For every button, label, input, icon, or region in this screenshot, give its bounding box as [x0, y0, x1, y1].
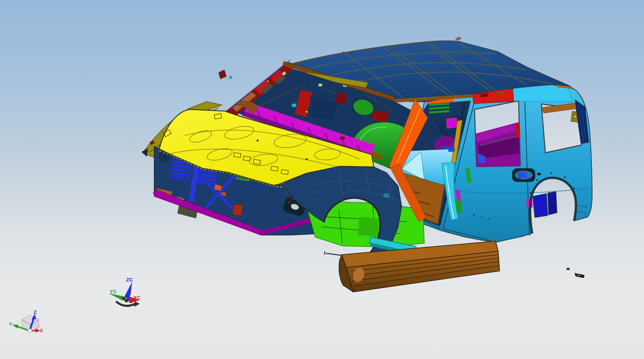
rod: [326, 253, 342, 255]
abs-triad: Z Y X: [9, 310, 43, 333]
far-chip-teal: [229, 76, 232, 79]
abs-y-arrowhead: [12, 324, 18, 329]
wcs-y-label: YC: [110, 289, 117, 294]
abs-y-label: Y: [9, 321, 12, 327]
fender-bolt: [343, 189, 345, 191]
headlamp-dot: [163, 155, 166, 158]
car-body-model[interactable]: [142, 37, 592, 292]
side-bolt: [473, 214, 475, 216]
part-fuel-tank[interactable]: [533, 194, 548, 217]
fender-hole: [383, 193, 390, 198]
plate-hole: [575, 116, 576, 117]
roof-antenna: [455, 37, 462, 41]
wcs-triad[interactable]: ZC YC XC: [108, 277, 141, 307]
wcs-z-label: ZC: [126, 277, 133, 282]
abs-origin-sphere: [28, 329, 32, 333]
far-chip-red: [219, 70, 226, 79]
mint-chip: [319, 84, 322, 86]
abs-z-label: Z: [34, 310, 37, 315]
cowl-red: [340, 136, 345, 140]
green-slat-top: [429, 103, 449, 113]
bpillar-magenta-top: [446, 118, 458, 129]
part-rust-block[interactable]: [233, 204, 243, 216]
abs-x-arrowhead: [36, 329, 40, 333]
side-bolt: [488, 218, 490, 219]
trim-red-chip: [515, 123, 520, 138]
cowl-dot: [306, 111, 308, 113]
hood-bolt: [306, 158, 308, 160]
wcs-x-label: XC: [134, 295, 141, 300]
part-fuel-tank-2[interactable]: [548, 192, 557, 215]
side-bolt: [481, 216, 483, 218]
cowl-cyan-chip: [292, 104, 296, 107]
abs-x-label: X: [40, 328, 43, 333]
bpillar-blue-chip: [448, 147, 455, 152]
viewport-3d[interactable]: ZC YC XC Z Y X: [0, 0, 644, 359]
olive-dot: [267, 80, 269, 82]
quarter-window[interactable]: [541, 103, 582, 153]
dark-red-block: [336, 92, 347, 104]
wcs-rotate-arrowhead[interactable]: [134, 301, 140, 307]
rear-door-window[interactable]: [475, 101, 520, 167]
wcs-origin-handle[interactable]: [125, 299, 128, 302]
debris: [492, 240, 585, 278]
hood-bolt: [257, 140, 259, 142]
abs-origin-glint: [28, 330, 30, 331]
